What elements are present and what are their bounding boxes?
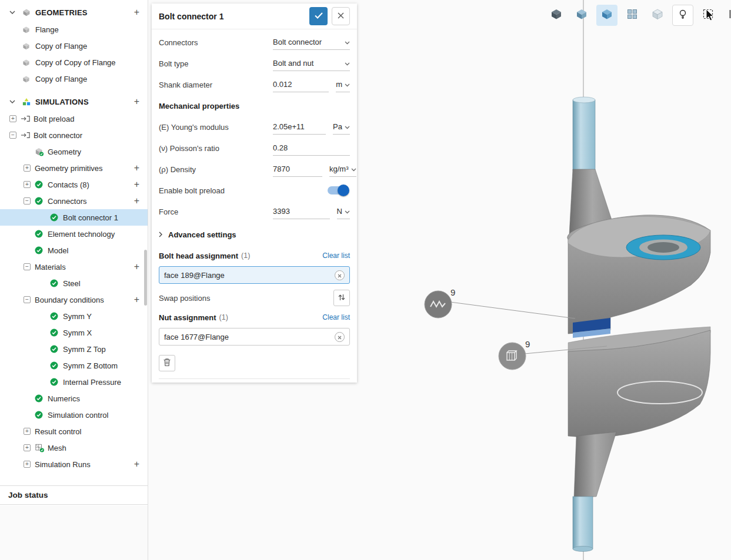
- force-input[interactable]: [273, 204, 330, 219]
- section-header-simulations[interactable]: SIMULATIONS+: [0, 93, 148, 110]
- tree-item-materials[interactable]: −Materials+: [0, 259, 148, 275]
- tree-item-contacts-8[interactable]: +Contacts (8)+: [0, 176, 148, 193]
- outline-cube-button[interactable]: [647, 5, 668, 26]
- shank-diameter-unit-select[interactable]: m: [336, 78, 350, 92]
- tree-item-flange[interactable]: Flange: [0, 21, 148, 38]
- upper-flange[interactable]: [568, 215, 710, 334]
- sidebar-scrollbar[interactable]: [144, 250, 147, 306]
- plus-expander-icon[interactable]: +: [24, 444, 31, 451]
- connector-marker-spring[interactable]: 9: [425, 287, 575, 318]
- clipped-tool-button[interactable]: [723, 5, 731, 26]
- tree-item-boundary-conditions[interactable]: −Boundary conditions+: [0, 291, 148, 308]
- lower-neck[interactable]: [574, 432, 616, 498]
- outline-cube-icon: [652, 8, 663, 22]
- tree-item-element-technology[interactable]: Element technology: [0, 226, 148, 242]
- swap-positions-button[interactable]: [333, 290, 350, 306]
- plus-expander-icon[interactable]: +: [24, 428, 31, 435]
- solid-cube-button[interactable]: [546, 5, 567, 26]
- highlighted-cube-icon: [601, 8, 613, 22]
- connectors-select[interactable]: Bolt connector: [273, 35, 350, 50]
- minus-expander-icon[interactable]: −: [24, 296, 31, 303]
- minus-expander-icon[interactable]: −: [9, 132, 16, 139]
- tree-item-bolt-preload[interactable]: +Bolt preload: [0, 110, 148, 127]
- plus-expander-icon[interactable]: +: [24, 165, 31, 172]
- chevron-down-icon[interactable]: [9, 11, 18, 14]
- tree-item-bolt-connector[interactable]: −Bolt connector: [0, 127, 148, 143]
- enable-bolt-preload-row: Enable bolt preload: [159, 180, 350, 201]
- lightbulb-button[interactable]: [672, 5, 693, 26]
- bolt-head-assignment-count: (1): [241, 252, 250, 260]
- tree-item-mesh[interactable]: +Mesh: [0, 440, 148, 456]
- tree-item-geometry-primitives[interactable]: +Geometry primitives+: [0, 160, 148, 176]
- enable-bolt-preload-toggle[interactable]: [328, 186, 348, 195]
- plus-expander-icon[interactable]: +: [24, 461, 31, 468]
- tree-item-geometry[interactable]: Geometry: [0, 143, 148, 160]
- bolt-head-clear-list-link[interactable]: Clear list: [322, 252, 350, 260]
- shaded-cube-button[interactable]: [571, 5, 592, 26]
- add-button[interactable]: +: [134, 8, 148, 17]
- tree-item-copy-of-flange[interactable]: Copy of Flange: [0, 38, 148, 54]
- tree-item-simulation-control[interactable]: Simulation control: [0, 407, 148, 423]
- density-input[interactable]: [273, 162, 322, 177]
- nut-clear-list-link[interactable]: Clear list: [322, 313, 350, 321]
- advanced-settings-toggle[interactable]: Advanced settings: [159, 222, 350, 247]
- shank-diameter-input[interactable]: [273, 78, 329, 92]
- simulation-section-icon: [22, 98, 32, 106]
- add-button[interactable]: +: [134, 460, 148, 469]
- bolt-head-face-highlight[interactable]: [626, 235, 700, 260]
- tree-item-connectors[interactable]: −Connectors+: [0, 193, 148, 209]
- tree-item-label: Mesh: [48, 444, 66, 452]
- nut-assignment-header: Nut assignment (1) Clear list: [159, 308, 350, 326]
- add-button[interactable]: +: [134, 97, 148, 106]
- add-button[interactable]: +: [134, 180, 148, 189]
- nut-face-highlight[interactable]: [573, 318, 610, 338]
- tree-item-symm-y[interactable]: Symm Y: [0, 308, 148, 324]
- tree-item-copy-of-flange[interactable]: Copy of Flange: [0, 71, 148, 87]
- plus-expander-icon[interactable]: +: [9, 115, 16, 122]
- poissons-ratio-input[interactable]: [273, 141, 350, 156]
- lower-flange[interactable]: [568, 327, 710, 437]
- apply-button[interactable]: [309, 7, 328, 25]
- remove-bolt-head-assignment-button[interactable]: [335, 270, 345, 280]
- nut-assignment-chip[interactable]: face 1677@Flange: [159, 328, 350, 346]
- tree-item-numerics[interactable]: Numerics: [0, 390, 148, 407]
- tree-item-symm-z-top[interactable]: Symm Z Top: [0, 341, 148, 357]
- connector-marker-box[interactable]: 9: [499, 339, 607, 370]
- upper-neck[interactable]: [569, 169, 615, 234]
- bolt-type-select[interactable]: Bolt and nut: [273, 56, 350, 71]
- chevron-down-icon: [345, 80, 350, 89]
- geometry-section-icon: [22, 8, 32, 16]
- density-unit-select[interactable]: kg/m³: [329, 162, 356, 177]
- highlighted-cube-button[interactable]: [596, 5, 617, 26]
- bolt-shank-top[interactable]: [573, 97, 595, 170]
- section-header-geometries[interactable]: GEOMETRIES+: [0, 4, 148, 21]
- sidebar-footer: [0, 505, 148, 560]
- add-button[interactable]: +: [134, 196, 148, 206]
- youngs-modulus-input[interactable]: [273, 120, 326, 135]
- tree-item-simulation-runs[interactable]: +Simulation Runs+: [0, 456, 148, 472]
- job-status-bar[interactable]: Job status: [0, 485, 148, 505]
- bolt-head-assignment-chip[interactable]: face 189@Flange: [159, 266, 350, 284]
- force-unit-select[interactable]: N: [337, 204, 350, 219]
- tree-item-steel[interactable]: Steel: [0, 275, 148, 291]
- minus-expander-icon[interactable]: −: [24, 263, 31, 270]
- four-squares-button[interactable]: [622, 5, 643, 26]
- poissons-ratio-row: (ν) Poisson's ratio: [159, 138, 350, 159]
- minus-expander-icon[interactable]: −: [24, 197, 31, 204]
- close-button[interactable]: [332, 7, 350, 25]
- advanced-settings-label: Advanced settings: [168, 230, 236, 239]
- tree-item-symm-z-bottom[interactable]: Symm Z Bottom: [0, 357, 148, 374]
- youngs-modulus-unit-select[interactable]: Pa: [333, 120, 350, 135]
- chevron-down-icon[interactable]: [9, 100, 18, 103]
- add-button[interactable]: +: [134, 163, 148, 173]
- tree-item-bolt-connector-1[interactable]: Bolt connector 1: [0, 209, 148, 226]
- tree-item-result-control[interactable]: +Result control: [0, 423, 148, 440]
- tree-item-symm-x[interactable]: Symm X: [0, 324, 148, 341]
- plus-expander-icon[interactable]: +: [24, 181, 31, 188]
- tree-item-copy-of-copy-of-flange[interactable]: Copy of Copy of Flange: [0, 54, 148, 71]
- tree-item-internal-pressure[interactable]: Internal Pressure: [0, 374, 148, 390]
- delete-button[interactable]: [159, 355, 175, 371]
- tree-item-model[interactable]: Model: [0, 242, 148, 259]
- bolt-shank-bottom[interactable]: [573, 497, 593, 552]
- remove-nut-assignment-button[interactable]: [335, 332, 345, 342]
